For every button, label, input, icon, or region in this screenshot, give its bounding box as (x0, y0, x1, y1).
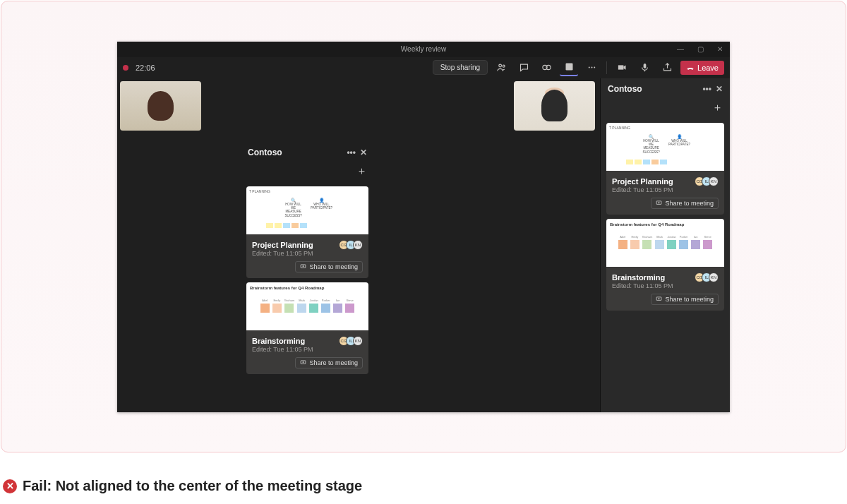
mic-icon[interactable] (635, 59, 654, 76)
toolbar-divider (606, 61, 607, 74)
panel-close-icon[interactable]: ✕ (360, 148, 367, 157)
caption-row: ✕ Fail: Not aligned to the center of the… (0, 468, 365, 504)
card-edited: Edited: Tue 11:05 PM (252, 250, 363, 257)
svg-point-0 (498, 64, 501, 67)
card-title: Project Planning (252, 241, 313, 249)
meeting-toolbar: 22:06 Stop sharing Leave (117, 57, 730, 78)
share-to-meeting-button[interactable]: Share to meeting (295, 357, 363, 368)
board-card[interactable]: Brainstorm features for Q4 RoadmapAbelEm… (606, 219, 724, 311)
share-to-meeting-button[interactable]: Share to meeting (651, 294, 719, 305)
sidepanel-add-button[interactable]: ＋ (712, 101, 723, 114)
card-footer: Project PlanningCGILKNEdited: Tue 11:05 … (246, 234, 368, 278)
panel-more-icon[interactable]: ••• (347, 148, 356, 157)
sidepanel-more-icon[interactable]: ••• (702, 84, 711, 94)
window-title: Weekly review (401, 45, 446, 53)
card-list: T PLANNING🔍HOW WILL WE MEASURE SUCCESS?👤… (241, 186, 374, 374)
card-edited: Edited: Tue 11:05 PM (612, 186, 719, 193)
people-icon[interactable] (492, 59, 510, 76)
card-footer: BrainstormingCGILKNEdited: Tue 11:05 PMS… (606, 267, 724, 311)
svg-point-7 (594, 67, 595, 68)
window-buttons: — ▢ ✕ (671, 42, 730, 57)
teams-window: Weekly review — ▢ ✕ 22:06 Stop sharing (117, 42, 730, 412)
sidepanel-card-list: T PLANNING🔍HOW WILL WE MEASURE SUCCESS?👤… (601, 123, 730, 311)
card-thumbnail: T PLANNING🔍HOW WILL WE MEASURE SUCCESS?👤… (606, 123, 724, 171)
caption-text: Fail: Not aligned to the center of the m… (23, 478, 362, 494)
presence-avatars: CGILKN (697, 176, 719, 186)
leave-label: Leave (697, 64, 719, 72)
card-thumbnail: Brainstorm features for Q4 RoadmapAbelEm… (606, 219, 724, 267)
stop-sharing-button[interactable]: Stop sharing (433, 60, 488, 75)
card-footer: Project PlanningCGILKNEdited: Tue 11:05 … (606, 171, 724, 215)
presence-avatars: CGILKN (342, 240, 363, 250)
phone-hangup-icon (686, 64, 695, 72)
sidepanel-title: Contoso (608, 84, 642, 94)
card-thumbnail: T PLANNING🔍HOW WILL WE MEASURE SUCCESS?👤… (246, 186, 368, 234)
card-edited: Edited: Tue 11:05 PM (612, 282, 719, 289)
add-button[interactable]: ＋ (356, 164, 367, 178)
presence-avatars: CGILKN (697, 272, 719, 282)
window-titlebar: Weekly review — ▢ ✕ (117, 42, 730, 57)
presence-avatars: CGILKN (342, 336, 363, 346)
svg-point-5 (588, 67, 589, 68)
example-frame: Weekly review — ▢ ✕ 22:06 Stop sharing (1, 1, 846, 452)
app-icon[interactable] (560, 59, 578, 76)
camera-icon[interactable] (613, 59, 631, 76)
meeting-stage: Contoso ••• ✕ ＋ T PLANNING🔍HOW WILL WE M… (117, 78, 730, 412)
panel-header: Contoso ••• ✕ (241, 142, 374, 163)
share-tray-icon[interactable] (658, 59, 676, 76)
sidepanel-header: Contoso ••• ✕ (601, 78, 730, 100)
more-icon[interactable] (582, 59, 601, 76)
recording-indicator-icon (123, 65, 128, 71)
svg-rect-4 (565, 64, 572, 71)
participant-video-1[interactable] (120, 81, 201, 131)
window-minimize-button[interactable]: — (671, 42, 690, 57)
window-close-button[interactable]: ✕ (710, 42, 730, 57)
svg-point-6 (591, 67, 592, 68)
meeting-timer: 22:06 (136, 64, 155, 72)
board-card[interactable]: T PLANNING🔍HOW WILL WE MEASURE SUCCESS?👤… (246, 186, 368, 278)
svg-rect-8 (643, 64, 646, 68)
panel-title: Contoso (248, 148, 282, 157)
card-footer: BrainstormingCGILKNEdited: Tue 11:05 PMS… (246, 330, 368, 374)
svg-point-1 (503, 65, 505, 67)
board-card[interactable]: T PLANNING🔍HOW WILL WE MEASURE SUCCESS?👤… (606, 123, 724, 215)
card-title: Brainstorming (612, 273, 665, 282)
reactions-icon[interactable] (537, 59, 555, 76)
window-maximize-button[interactable]: ▢ (690, 42, 710, 57)
card-title: Project Planning (612, 177, 673, 186)
card-thumbnail: Brainstorm features for Q4 RoadmapAbelEm… (246, 282, 368, 330)
participant-video-2[interactable] (514, 81, 595, 131)
side-panel: Contoso ••• ✕ ＋ T PLANNING🔍HOW WILL WE M… (600, 78, 730, 412)
card-edited: Edited: Tue 11:05 PM (252, 346, 363, 353)
shared-app-panel-floating: Contoso ••• ✕ ＋ T PLANNING🔍HOW WILL WE M… (241, 142, 374, 378)
card-title: Brainstorming (252, 337, 305, 345)
share-to-meeting-button[interactable]: Share to meeting (295, 261, 363, 272)
leave-button[interactable]: Leave (680, 61, 724, 75)
sidepanel-close-icon[interactable]: ✕ (716, 84, 723, 94)
share-to-meeting-button[interactable]: Share to meeting (651, 198, 719, 209)
chat-icon[interactable] (515, 59, 533, 76)
board-card[interactable]: Brainstorm features for Q4 RoadmapAbelEm… (246, 282, 368, 374)
fail-icon: ✕ (3, 479, 17, 493)
